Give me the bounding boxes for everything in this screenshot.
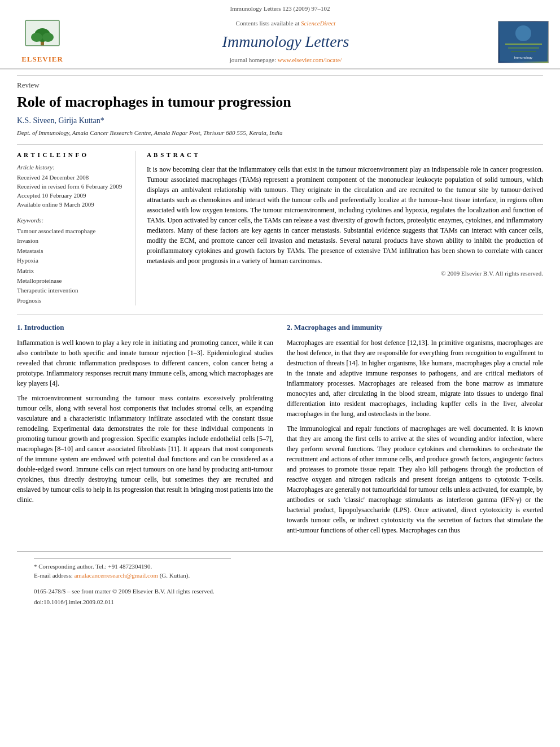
footer-rule bbox=[34, 558, 231, 559]
svg-rect-9 bbox=[508, 47, 539, 49]
journal-name: Immunology Letters bbox=[73, 30, 498, 54]
revised-date: Received in revised form 6 February 2009 bbox=[17, 182, 127, 191]
doi-footer-line: doi:10.1016/j.imlet.2009.02.011 bbox=[34, 598, 526, 607]
abstract-text: It is now becoming clear that the inflam… bbox=[147, 164, 543, 266]
section2-para2: The immunological and repair functions o… bbox=[287, 423, 543, 535]
journal-header: Immunology Letters 123 (2009) 97–102 ELS bbox=[0, 0, 560, 69]
svg-rect-8 bbox=[505, 43, 542, 45]
contents-line: Contents lists available at ScienceDirec… bbox=[73, 19, 498, 28]
email-suffix: (G. Kuttan). bbox=[160, 572, 190, 579]
keyword-5: Matrix bbox=[17, 266, 127, 276]
svg-rect-10 bbox=[511, 51, 536, 52]
online-date: Available online 9 March 2009 bbox=[17, 200, 127, 209]
body-col-right: 2. Macrophages and immunity Macrophages … bbox=[287, 322, 543, 540]
journal-title-center: Contents lists available at ScienceDirec… bbox=[73, 19, 498, 64]
email-note: E-mail address: amalacancerresearch@gmai… bbox=[34, 571, 526, 580]
page-container: Immunology Letters 123 (2009) 97–102 ELS bbox=[0, 0, 560, 620]
section1-heading: 1. Introduction bbox=[17, 322, 273, 333]
corresponding-label: * Corresponding author. Tel.: +91 487230… bbox=[34, 563, 152, 570]
keyword-1: Tumour associated macrophage bbox=[17, 226, 127, 237]
section2-para1: Macrophages are essential for host defen… bbox=[287, 338, 543, 419]
svg-text:Immunology: Immunology bbox=[514, 56, 532, 59]
corresponding-note: * Corresponding author. Tel.: +91 487230… bbox=[34, 562, 526, 571]
keyword-8: Prognosis bbox=[17, 296, 127, 306]
elsevier-tree-icon bbox=[23, 19, 62, 53]
sciencedirect-link[interactable]: ScienceDirect bbox=[301, 20, 335, 27]
email-label: E-mail address: bbox=[34, 572, 73, 579]
affiliation: Dept. of Immunology, Amala Cancer Resear… bbox=[17, 129, 543, 138]
accepted-date: Accepted 10 February 2009 bbox=[17, 191, 127, 200]
article-type: Review bbox=[17, 75, 543, 91]
doi-line: Immunology Letters 123 (2009) 97–102 bbox=[11, 5, 549, 14]
authors-text: K.S. Siveen, Girija Kuttan* bbox=[17, 116, 104, 125]
article-info-panel: A R T I C L E I N F O Article history: R… bbox=[17, 151, 135, 305]
body-columns: 1. Introduction Inflammation is well kno… bbox=[17, 322, 543, 540]
svg-point-3 bbox=[31, 33, 42, 42]
article-title: Role of macrophages in tumour progressio… bbox=[17, 93, 543, 111]
svg-point-4 bbox=[42, 33, 54, 42]
keywords-section: Keywords: Tumour associated macrophage I… bbox=[17, 216, 127, 306]
article-info-abstract-container: A R T I C L E I N F O Article history: R… bbox=[17, 145, 543, 305]
svg-point-7 bbox=[515, 25, 531, 41]
article-info-title: A R T I C L E I N F O bbox=[17, 151, 127, 160]
doi-text: Immunology Letters 123 (2009) 97–102 bbox=[230, 5, 330, 12]
thumb-image: Immunology bbox=[498, 21, 548, 63]
keyword-2: Invasion bbox=[17, 236, 127, 246]
body-col-left: 1. Introduction Inflammation is well kno… bbox=[17, 322, 273, 540]
article-content: Review Role of macrophages in tumour pro… bbox=[0, 69, 560, 620]
history-label: Article history: bbox=[17, 163, 127, 172]
abstract-title: A B S T R A C T bbox=[147, 151, 543, 160]
section2-heading: 2. Macrophages and immunity bbox=[287, 322, 543, 333]
homepage-line: journal homepage: www.elsevier.com/locat… bbox=[73, 56, 498, 65]
received-date: Received 24 December 2008 bbox=[17, 173, 127, 182]
thumb-svg: Immunology bbox=[500, 22, 548, 62]
contents-label: Contents lists available at bbox=[236, 20, 300, 27]
section1-para2: The microenvironment surrounding the tum… bbox=[17, 393, 273, 505]
email-address[interactable]: amalacancerresearch@gmail.com bbox=[74, 572, 158, 579]
keywords-label: Keywords: bbox=[17, 216, 127, 225]
keyword-7: Therapeutic intervention bbox=[17, 286, 127, 296]
article-footer: * Corresponding author. Tel.: +91 487230… bbox=[17, 551, 543, 607]
keyword-6: Metalloproteinase bbox=[17, 276, 127, 286]
license-line: 0165-2478/$ – see front matter © 2009 El… bbox=[34, 587, 526, 596]
body-divider bbox=[17, 314, 543, 315]
authors: K.S. Siveen, Girija Kuttan* bbox=[17, 115, 543, 126]
homepage-label: journal homepage: bbox=[230, 56, 276, 63]
section1-para1: Inflammation is well known to play a key… bbox=[17, 338, 273, 388]
copyright-line: © 2009 Elsevier B.V. All rights reserved… bbox=[147, 269, 543, 278]
keyword-4: Hypoxia bbox=[17, 256, 127, 266]
journal-thumbnail: Immunology bbox=[498, 21, 549, 63]
elsevier-brand-text: ELSEVIER bbox=[21, 54, 63, 65]
header-inner: ELSEVIER Contents lists available at Sci… bbox=[11, 16, 549, 68]
homepage-url[interactable]: www.elsevier.com/locate/ bbox=[278, 56, 342, 63]
elsevier-logo: ELSEVIER bbox=[11, 19, 73, 65]
keyword-3: Metastasis bbox=[17, 246, 127, 256]
abstract-section: A B S T R A C T It is now becoming clear… bbox=[147, 151, 543, 305]
